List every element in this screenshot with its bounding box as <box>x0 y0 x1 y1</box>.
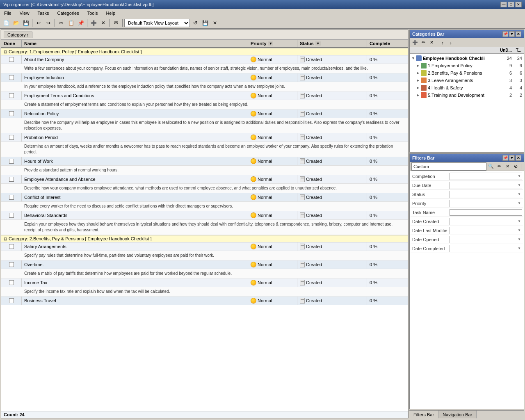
task-checkbox[interactable] <box>9 159 14 164</box>
menu-help[interactable]: Help <box>103 10 118 16</box>
filters-close-btn[interactable]: ✕ <box>516 155 521 161</box>
priority-label: Normal <box>258 75 272 80</box>
filter-dropdown[interactable]: ▼ <box>450 173 522 180</box>
cat-tree-item[interactable]: ► 3.Leave Arrangements 3 3 <box>410 77 524 84</box>
task-checkbox[interactable] <box>9 213 14 218</box>
cat-move-down-btn[interactable]: ↓ <box>447 39 454 46</box>
task-checkbox[interactable] <box>9 244 14 249</box>
filter-edit-btn[interactable]: ✏ <box>495 163 503 170</box>
layout-clear[interactable]: ✕ <box>210 18 219 27</box>
cat-tree-item[interactable]: ► 1.Employement Policy 9 9 <box>410 62 524 69</box>
task-name-cell[interactable]: Conflict of Interest <box>22 193 248 201</box>
cat-tree-item[interactable]: ► 2.Benefits, Pay & Pensions 6 6 <box>410 69 524 77</box>
task-name-cell[interactable]: Relocation Policy <box>22 110 248 118</box>
add-task-button[interactable]: ➕ <box>89 18 98 27</box>
filter-clear-btn[interactable]: ⊘ <box>512 163 519 170</box>
cat-expand-icon[interactable]: ⊟ <box>4 237 7 241</box>
filter-dropdown[interactable]: ▼ <box>450 245 522 252</box>
panel-close-btn[interactable]: ✕ <box>516 31 521 37</box>
task-checkbox[interactable] <box>9 75 14 80</box>
cat-tree-item[interactable]: ▼ Employee Handbook Checkli 24 24 <box>410 55 524 62</box>
menu-tools[interactable]: Tools <box>85 10 100 16</box>
task-description: Require every worker for the need to dis… <box>1 202 408 211</box>
tree-expand-icon[interactable]: ► <box>416 71 420 75</box>
task-name-cell[interactable]: About the Company <box>22 55 248 64</box>
task-checkbox[interactable] <box>9 280 14 285</box>
panel-menu-btn[interactable]: ▼ <box>509 31 515 37</box>
cat-tree-item[interactable]: ► 4.Health & Safety 4 4 <box>410 84 524 91</box>
task-name-cell[interactable]: Overtime. <box>22 260 248 269</box>
filter-dropdown[interactable]: ▼ <box>450 200 522 207</box>
layout-dropdown[interactable]: Default Task View Layout <box>124 19 190 27</box>
task-name-cell[interactable]: Employee Induction <box>22 73 248 82</box>
filter-add-btn[interactable]: 🔍 <box>487 163 495 170</box>
task-status-cell: Created <box>297 157 367 165</box>
redo-button[interactable]: ↪ <box>44 18 53 27</box>
task-name-cell[interactable]: Employment Terms and Conditions <box>22 91 248 100</box>
task-name-cell[interactable]: Business Travel <box>22 297 248 305</box>
table-scroll[interactable]: ⊟Category: 1.Employement Policy [ Employ… <box>1 48 408 411</box>
filter-label: Date Completed <box>411 246 450 251</box>
tree-expand-icon[interactable]: ► <box>416 93 420 97</box>
save-button[interactable]: 💾 <box>21 18 30 27</box>
task-name-cell[interactable]: Hours of Work <box>22 157 248 165</box>
paste-button[interactable]: 📌 <box>76 18 85 27</box>
layout-refresh[interactable]: ↺ <box>191 18 200 27</box>
menu-file[interactable]: File <box>2 10 14 16</box>
task-checkbox[interactable] <box>9 195 14 200</box>
tab-filters-bar[interactable]: Filters Bar <box>409 411 438 418</box>
email-button[interactable]: ✉ <box>112 18 121 27</box>
cat-expand-icon[interactable]: ⊟ <box>4 50 7 54</box>
cat-delete-btn[interactable]: ✕ <box>428 39 435 46</box>
task-name-cell[interactable]: Income Tax <box>22 278 248 287</box>
task-name-cell[interactable]: Salary Arrangements <box>22 242 248 251</box>
menu-tasks[interactable]: Tasks <box>35 10 51 16</box>
filters-pin-btn[interactable]: 📌 <box>502 155 508 161</box>
cat-add-btn[interactable]: ➕ <box>411 39 419 46</box>
cat-tree-item[interactable]: ► 5.Training and Development 2 2 <box>410 91 524 99</box>
task-checkbox[interactable] <box>9 177 14 182</box>
task-name-cell[interactable]: Probation Period <box>22 133 248 142</box>
cat-edit-btn[interactable]: ✏ <box>420 39 427 46</box>
filter-dropdown[interactable]: ▼ <box>450 182 522 189</box>
custom-filter-input[interactable]: Custom <box>411 162 486 171</box>
tree-expand-icon[interactable]: ▼ <box>411 56 415 60</box>
tree-expand-icon[interactable]: ► <box>416 86 420 90</box>
task-checkbox[interactable] <box>9 135 14 140</box>
status-filter-btn[interactable]: ▼ <box>315 41 321 46</box>
panel-pin-btn[interactable]: 📌 <box>502 31 508 37</box>
task-checkbox[interactable] <box>9 57 14 62</box>
task-name-cell[interactable]: Behavioral Standards <box>22 211 248 219</box>
tab-navigation-bar[interactable]: Navigation Bar <box>438 411 477 418</box>
maximize-button[interactable]: □ <box>508 2 514 7</box>
task-checkbox[interactable] <box>9 93 14 98</box>
filter-text-input[interactable] <box>450 209 522 216</box>
category-sort-button[interactable]: Category ↑ <box>4 32 32 38</box>
layout-save[interactable]: 💾 <box>201 18 210 27</box>
priority-filter-btn[interactable]: ▼ <box>268 41 274 46</box>
undo-button[interactable]: ↩ <box>34 18 43 27</box>
menu-categories[interactable]: Categories <box>55 10 82 16</box>
task-checkbox[interactable] <box>9 262 14 267</box>
close-button[interactable]: ✕ <box>515 2 522 7</box>
th-priority: Priority ▼ <box>248 40 297 47</box>
menu-view[interactable]: View <box>17 10 32 16</box>
filter-dropdown[interactable]: ▼ <box>450 227 522 234</box>
task-checkbox[interactable] <box>9 111 14 116</box>
filter-dropdown[interactable]: ▼ <box>450 218 522 225</box>
open-button[interactable]: 📂 <box>11 18 21 27</box>
filters-menu-btn[interactable]: ▼ <box>509 155 515 161</box>
filter-dropdown[interactable]: ▼ <box>450 236 522 243</box>
filter-delete-btn[interactable]: ✕ <box>504 163 511 170</box>
task-checkbox[interactable] <box>9 298 14 303</box>
minimize-button[interactable]: — <box>500 2 507 7</box>
tree-expand-icon[interactable]: ► <box>416 64 420 68</box>
delete-button[interactable]: ✕ <box>99 18 108 27</box>
filter-dropdown[interactable]: ▼ <box>450 191 522 198</box>
cut-button[interactable]: ✂ <box>57 18 66 27</box>
copy-button[interactable]: 📋 <box>66 18 75 27</box>
task-name-cell[interactable]: Employee Attendance and Absence <box>22 175 248 183</box>
cat-move-up-btn[interactable]: ↑ <box>439 39 446 46</box>
new-button[interactable]: 📄 <box>2 18 11 27</box>
tree-expand-icon[interactable]: ► <box>416 78 420 82</box>
